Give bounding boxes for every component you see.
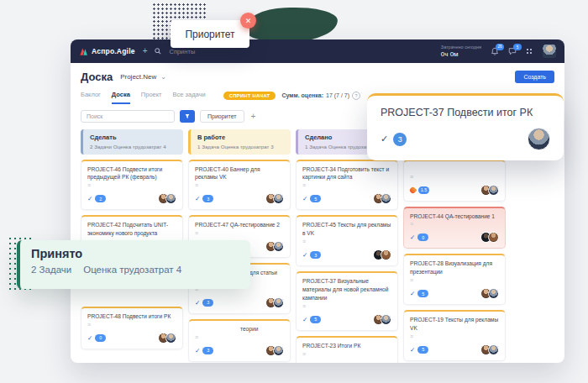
accepted-task-count: 2 Задачи xyxy=(31,265,71,275)
column-subtitle: 2 Задачи Оценка трудозатрат 4 xyxy=(90,144,176,150)
info-icon[interactable]: ? xyxy=(352,92,360,100)
estimate-badge: 5 xyxy=(417,346,428,354)
task-card[interactable]: PROJECT-19 Тексты для рекламы VK≡✓5 xyxy=(403,310,506,361)
board-column: Принято2 Задачи Оценка трудозатрат 4≡1.5… xyxy=(403,129,506,363)
assignee-avatar xyxy=(528,128,550,150)
done-check-icon: ✓ xyxy=(195,347,200,354)
task-title: PROJECT-28 Визуализация для презентации xyxy=(410,260,499,276)
nav-sprints-link[interactable]: Спринты xyxy=(169,48,195,55)
task-card[interactable]: PROJECT-37 Визуальные материалы для ново… xyxy=(296,271,398,331)
board-column: Сделано1 Задача Оценка трудозатратPROJEC… xyxy=(296,129,398,363)
messages-button[interactable]: 5 xyxy=(508,47,517,55)
done-check-icon: ✓ xyxy=(195,299,200,307)
brand-name: Аспро.Agile xyxy=(92,47,135,55)
assignee-avatars xyxy=(480,288,499,299)
done-check-icon: ✓ xyxy=(302,251,307,259)
man-avatar xyxy=(273,241,284,252)
description-icon: ≡ xyxy=(410,333,499,339)
filter-button[interactable] xyxy=(180,110,195,123)
app-logo[interactable]: Аспро.Agile xyxy=(79,47,135,56)
funnel-icon xyxy=(185,113,190,119)
task-title: PROJECT-19 Тексты для рекламы VK xyxy=(410,316,499,333)
task-footer: ✓5 xyxy=(302,193,391,204)
task-card[interactable]: PROJECT-34 Подготовить текст и картинки … xyxy=(296,160,398,211)
task-title: PROJECT-46 Подвести итоги предыдущей РК … xyxy=(87,165,176,182)
close-icon[interactable]: ✕ xyxy=(240,13,256,29)
man-avatar xyxy=(488,344,499,355)
task-card-popup[interactable]: PROJECT-37 Подвести итог РК ✓ 3 xyxy=(367,93,564,160)
priority-tooltip: Приоритет ✕ xyxy=(171,20,249,48)
notifications-button[interactable]: 26 xyxy=(491,47,499,56)
description-icon: ≡ xyxy=(87,182,176,188)
task-footer: 1.5 xyxy=(410,185,499,196)
green-scribble-decoration xyxy=(244,6,338,44)
task-card[interactable]: PROJECT-45 Тексты для рекламы в VK≡✓3 xyxy=(296,215,398,266)
priority-filter-chip[interactable]: Приоритет xyxy=(200,110,244,123)
description-icon: ≡ xyxy=(302,351,391,357)
tab-Все задачи[interactable]: Все задачи xyxy=(173,88,206,104)
estimate-badge: 3 xyxy=(393,133,407,146)
add-filter-icon[interactable]: + xyxy=(249,112,258,121)
task-footer: ✓3 xyxy=(195,297,284,308)
estimate-badge: 5 xyxy=(310,195,321,202)
accepted-effort: Оценка трудозатрат 4 xyxy=(83,265,181,275)
search-input[interactable] xyxy=(81,110,175,123)
description-icon: ≡ xyxy=(410,221,499,227)
column-header: В работе1 Задача Оценка трудозатрат 3 xyxy=(188,129,291,155)
search-icon[interactable] xyxy=(155,48,161,55)
messages-badge: 5 xyxy=(513,44,522,50)
task-title: PROJECT-40 Баннер для рекламы VK xyxy=(195,165,284,182)
task-footer: ✓2 xyxy=(87,193,176,204)
man-avatar xyxy=(488,185,499,196)
user-avatar[interactable] xyxy=(543,45,556,58)
man-avatar xyxy=(273,345,284,356)
task-title: теории xyxy=(195,325,284,333)
task-card[interactable]: теории≡✓3 xyxy=(188,319,291,362)
done-check-icon: ✓ xyxy=(302,195,307,202)
estimate-group: ✓2 xyxy=(87,195,106,202)
task-footer: ✓3 xyxy=(195,345,284,356)
estimate-group: ✓5 xyxy=(302,316,321,323)
time-tracker-value: 0ч 0м xyxy=(441,50,481,59)
task-footer: ✓5 xyxy=(410,288,499,299)
task-title xyxy=(410,165,499,173)
task-card[interactable]: PROJECT-48 Подвести итоги РК≡✓0 xyxy=(81,307,183,349)
estimate-group: ✓3 xyxy=(195,347,213,354)
tab-Доска[interactable]: Доска xyxy=(112,88,130,104)
description-icon: ≡ xyxy=(195,230,284,236)
estimate-group: ✓5 xyxy=(302,195,321,202)
task-footer: ✓5 xyxy=(410,344,499,355)
create-button[interactable]: Создать xyxy=(515,71,554,83)
estimate-badge: 0 xyxy=(95,334,106,342)
task-title: PROJECT-44 QA-тестирование 1 xyxy=(410,212,499,221)
task-card[interactable]: PROJECT-44 QA-тестирование 1≡✓0 xyxy=(403,207,506,249)
tabs-group: БаклогДоскаПроектВсе задачи xyxy=(81,88,217,104)
assignee-avatars xyxy=(373,362,391,363)
done-check-icon: ✓ xyxy=(87,334,92,342)
done-check-icon: ✓ xyxy=(381,134,388,144)
task-card[interactable]: PROJECT-28 Визуализация для презентации≡… xyxy=(403,254,506,305)
tab-Проект[interactable]: Проект xyxy=(141,88,162,104)
task-card[interactable]: PROJECT-40 Баннер для рекламы VK≡✓3 xyxy=(188,160,291,211)
estimate-badge: 5 xyxy=(310,316,321,323)
task-card[interactable]: PROJECT-23 Итоги РК≡✓5 xyxy=(296,336,398,363)
estimate-group: ✓5 xyxy=(410,290,428,297)
logo-icon xyxy=(79,47,88,56)
task-card[interactable]: PROJECT-46 Подвести итоги предыдущей РК … xyxy=(81,160,183,211)
assignee-avatars xyxy=(158,193,176,204)
estimate-badge: 0 xyxy=(417,233,428,241)
notifications-badge: 26 xyxy=(496,44,504,50)
board-selector[interactable]: Project.New ⌄ xyxy=(120,73,166,81)
accepted-title: Принято xyxy=(31,247,239,260)
task-title: PROJECT-48 Подвести итоги РК xyxy=(87,312,176,321)
description-icon: ≡ xyxy=(410,277,499,283)
man-avatar xyxy=(381,362,391,363)
apps-grid-icon[interactable] xyxy=(526,48,533,55)
estimate-badge: 3 xyxy=(202,195,213,202)
done-check-icon: ✓ xyxy=(87,195,92,202)
tab-Баклог[interactable]: Баклог xyxy=(81,88,101,104)
task-card[interactable]: ≡1.5 xyxy=(403,160,506,202)
board-name: Project.New xyxy=(120,73,156,81)
add-icon[interactable]: + xyxy=(143,47,148,55)
task-footer: ✓3 xyxy=(302,249,391,260)
